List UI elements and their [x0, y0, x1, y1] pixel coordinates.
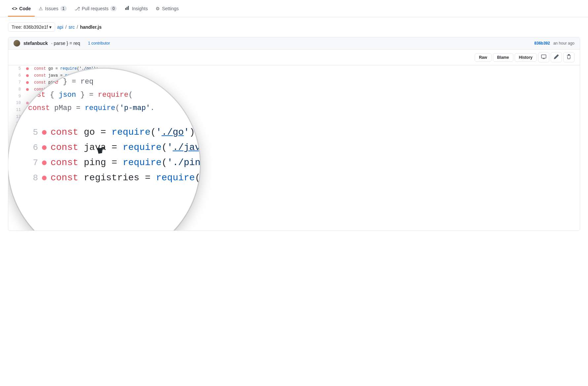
- tab-settings[interactable]: ⚙ Settings: [152, 1, 183, 17]
- edit-icon[interactable]: [551, 52, 562, 62]
- svg-rect-2: [128, 6, 129, 10]
- commit-author: stefanbuck: [23, 41, 48, 46]
- commit-sha[interactable]: 836b392: [534, 41, 550, 46]
- tab-issues[interactable]: ⚠ Issues 1: [35, 1, 70, 17]
- file-header: stefanbuck · parse } = req 1 contributor…: [8, 37, 580, 50]
- desktop-icon[interactable]: [538, 52, 549, 62]
- code-icon: <>: [12, 6, 17, 11]
- mag-line-6: 6 const java = require('./java');: [28, 140, 187, 155]
- breadcrumb-api[interactable]: api: [57, 24, 63, 30]
- svg-rect-1: [127, 7, 128, 10]
- breadcrumb-src[interactable]: src: [69, 24, 75, 30]
- mag-line-7: 7 const ping = require('./ping');: [28, 155, 187, 170]
- commit-message: · parse } = req: [51, 41, 80, 46]
- svg-rect-3: [541, 55, 546, 58]
- code-area: 5 const go = require('./go'); 6 const ja…: [8, 65, 580, 230]
- tab-code[interactable]: <> Code: [8, 1, 35, 17]
- insights-icon: [125, 5, 130, 12]
- svg-rect-0: [125, 8, 126, 10]
- mag-line-8: 8 const registries = require('./re: [28, 170, 187, 186]
- svg-rect-4: [543, 58, 545, 59]
- commit-time: an hour ago: [553, 41, 574, 46]
- file-container: stefanbuck · parse } = req 1 contributor…: [8, 37, 580, 231]
- raw-button[interactable]: Raw: [475, 53, 492, 62]
- delete-icon[interactable]: [563, 52, 574, 62]
- settings-icon: ⚙: [156, 6, 160, 11]
- pr-icon: ⎇: [75, 6, 80, 11]
- mag-line-5: 5 const go = require('./go');: [28, 125, 187, 140]
- tab-pull-requests[interactable]: ⎇ Pull requests 0: [71, 1, 121, 17]
- breadcrumb-file: handler.js: [80, 24, 101, 30]
- tree-selector[interactable]: Tree: 836b392e1f ▾: [8, 22, 55, 32]
- breadcrumb: Tree: 836b392e1f ▾ api / src / handler.j…: [0, 17, 588, 37]
- contributors-link[interactable]: 1 contributor: [88, 41, 110, 46]
- blame-button[interactable]: Blame: [493, 53, 513, 62]
- tab-insights[interactable]: Insights: [121, 0, 152, 17]
- file-actions-bar: Raw Blame History: [8, 50, 580, 65]
- chevron-down-icon: ▾: [49, 24, 52, 30]
- avatar: [14, 40, 20, 47]
- top-nav: <> Code ⚠ Issues 1 ⎇ Pull requests 0 Ins…: [0, 0, 588, 17]
- history-button[interactable]: History: [515, 53, 537, 62]
- issues-icon: ⚠: [39, 6, 43, 11]
